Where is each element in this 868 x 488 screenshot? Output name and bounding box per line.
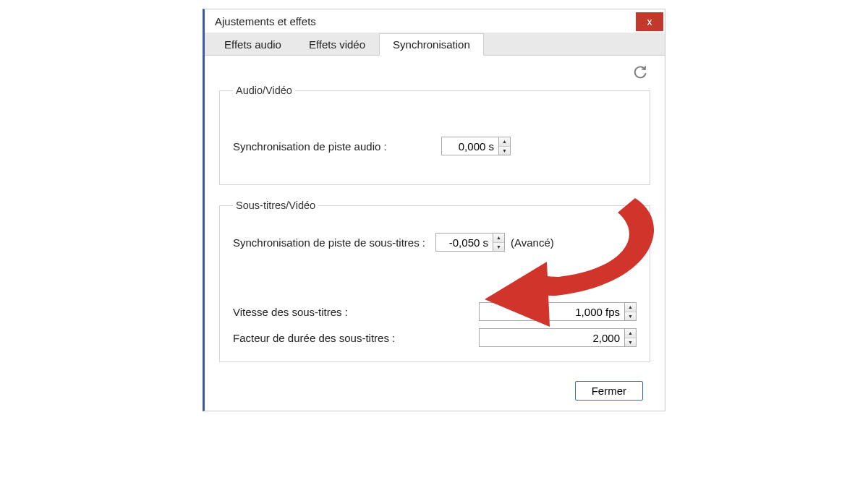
audio-sync-label: Synchronisation de piste audio : [233, 140, 435, 153]
group-audio-video-legend: Audio/Vidéo [233, 85, 295, 96]
subtitle-speed-spinbox[interactable]: ▲ ▼ [479, 302, 637, 321]
audio-sync-spinbox[interactable]: ▲ ▼ [441, 137, 511, 155]
subtitle-sync-spinbox[interactable]: ▲ ▼ [435, 233, 505, 252]
subtitle-duration-label: Facteur de durée des sous-titres : [233, 332, 395, 344]
adjustments-effects-window: Ajustements et effets x Effets audio Eff… [203, 9, 665, 411]
group-subtitles-video: Sous-titres/Vidéo Synchronisation de pis… [219, 200, 650, 362]
subtitle-speed-input[interactable] [480, 303, 624, 320]
subtitle-sync-down[interactable]: ▼ [493, 243, 504, 252]
subtitle-sync-input[interactable] [436, 234, 493, 251]
subtitle-sync-advanced-hint: (Avancé) [511, 236, 554, 249]
tab-bar: Effets audio Effets vidéo Synchronisatio… [205, 33, 665, 56]
audio-sync-up[interactable]: ▲ [499, 137, 510, 147]
toolbar-row [219, 66, 650, 85]
subtitle-speed-down[interactable]: ▼ [625, 312, 636, 321]
window-title: Ajustements et effets [215, 15, 316, 27]
group-subtitles-video-legend: Sous-titres/Vidéo [233, 200, 318, 211]
close-button[interactable]: Fermer [575, 381, 643, 401]
subtitle-sync-label: Synchronisation de piste de sous-titres … [233, 236, 425, 249]
subtitle-speed-up[interactable]: ▲ [625, 303, 636, 312]
audio-sync-down[interactable]: ▼ [499, 147, 510, 155]
subtitle-duration-up[interactable]: ▲ [625, 329, 636, 338]
tab-content: Audio/Vidéo Synchronisation de piste aud… [205, 56, 665, 411]
subtitle-speed-spin-buttons: ▲ ▼ [624, 303, 636, 320]
tab-effets-audio[interactable]: Effets audio [210, 33, 295, 56]
subtitle-duration-input[interactable] [480, 329, 624, 346]
subtitle-duration-spin-buttons: ▲ ▼ [624, 329, 636, 346]
subtitle-duration-spinbox[interactable]: ▲ ▼ [479, 328, 637, 347]
tab-effets-video[interactable]: Effets vidéo [295, 33, 379, 56]
dialog-footer: Fermer [219, 377, 650, 403]
audio-sync-spin-buttons: ▲ ▼ [498, 137, 510, 155]
window-close-button[interactable]: x [636, 12, 663, 31]
tab-synchronisation[interactable]: Synchronisation [379, 33, 484, 56]
subtitle-sync-up[interactable]: ▲ [493, 234, 504, 243]
group-audio-video: Audio/Vidéo Synchronisation de piste aud… [219, 85, 650, 185]
audio-sync-input[interactable] [442, 137, 498, 155]
refresh-icon[interactable] [633, 66, 647, 80]
subtitle-sync-spin-buttons: ▲ ▼ [493, 234, 504, 251]
subtitle-duration-down[interactable]: ▼ [625, 338, 636, 347]
subtitle-speed-label: Vitesse des sous-titres : [233, 306, 348, 318]
close-icon: x [647, 16, 652, 27]
titlebar: Ajustements et effets x [205, 9, 665, 33]
